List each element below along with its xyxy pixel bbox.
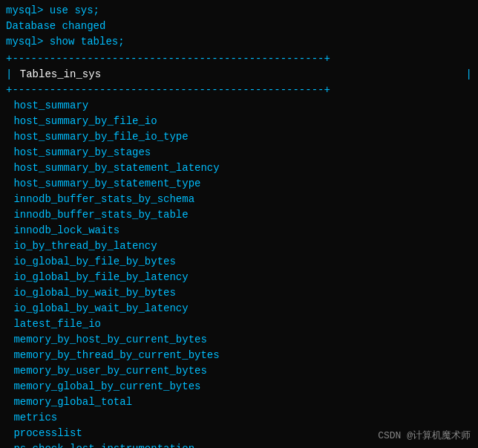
table-row: ps_check_lost_instrumentation bbox=[6, 441, 472, 448]
table-row: innodb_buffer_stats_by_schema bbox=[6, 192, 472, 207]
table-row: host_summary_by_file_io_type bbox=[6, 129, 472, 145]
table-border-mid: +---------------------------------------… bbox=[6, 82, 472, 98]
column-header: Tables_in_sys bbox=[19, 67, 101, 82]
table-row: io_global_by_file_by_bytes bbox=[6, 254, 472, 270]
pipe-left: | bbox=[6, 67, 19, 82]
terminal-window: mysql> use sys; Database changed mysql> … bbox=[0, 0, 478, 448]
table-rows: host_summary host_summary_by_file_io hos… bbox=[6, 98, 472, 448]
table-row: latest_file_io bbox=[6, 316, 472, 332]
table-row: io_global_by_file_by_latency bbox=[6, 270, 472, 285]
table-row: io_by_thread_by_latency bbox=[6, 238, 472, 254]
table-row: host_summary_by_file_io bbox=[6, 114, 472, 129]
table-row: io_global_by_wait_by_latency bbox=[6, 301, 472, 316]
table-row: memory_global_total bbox=[6, 395, 472, 410]
table-row: memory_global_by_current_bytes bbox=[6, 379, 472, 395]
table-container: +---------------------------------------… bbox=[0, 51, 478, 448]
prompt-line-2: Database changed bbox=[0, 19, 478, 34]
prompt-line-1: mysql> use sys; bbox=[0, 3, 478, 19]
table-row: innodb_buffer_stats_by_table bbox=[6, 207, 472, 223]
table-row: host_summary_by_statement_type bbox=[6, 176, 472, 192]
watermark: CSDN @计算机魔术师 bbox=[378, 429, 471, 442]
prompt-line-3: mysql> show tables; bbox=[0, 34, 478, 50]
table-row: memory_by_user_by_current_bytes bbox=[6, 363, 472, 379]
table-row: host_summary_by_statement_latency bbox=[6, 160, 472, 176]
table-border-top: +---------------------------------------… bbox=[6, 51, 472, 67]
table-row: host_summary_by_stages bbox=[6, 145, 472, 160]
table-row: metrics bbox=[6, 410, 472, 426]
table-row: memory_by_host_by_current_bytes bbox=[6, 332, 472, 348]
table-row: memory_by_thread_by_current_bytes bbox=[6, 348, 472, 363]
table-row: host_summary bbox=[6, 98, 472, 114]
pipe-right: | bbox=[459, 67, 472, 82]
table-row: innodb_lock_waits bbox=[6, 223, 472, 238]
table-header-row: | Tables_in_sys | bbox=[6, 67, 472, 82]
table-row: io_global_by_wait_by_bytes bbox=[6, 285, 472, 301]
